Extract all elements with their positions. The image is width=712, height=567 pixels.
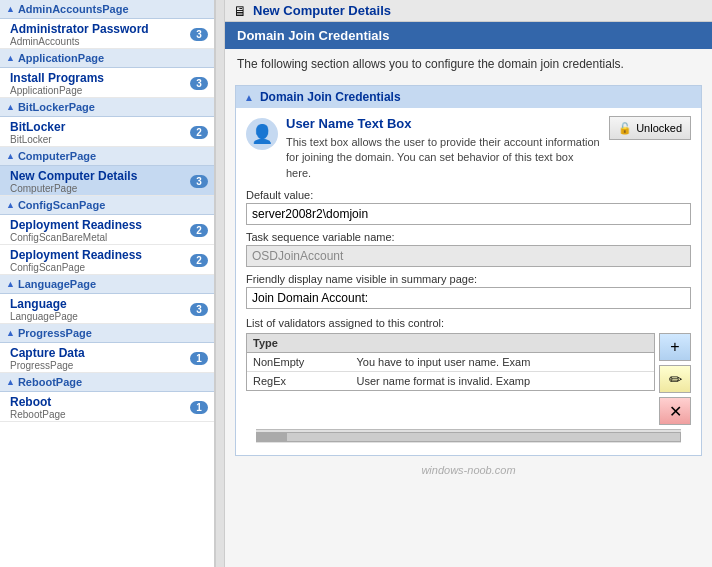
watermark: windows-noob.com [225,462,712,480]
scrollbar-thumb[interactable] [257,433,287,441]
friendly-name-input[interactable] [246,287,691,309]
group-label: AdminAccountsPage [18,3,129,15]
table-row[interactable]: NonEmpty You have to input user name. Ex… [247,353,654,372]
sidebar-item-badge: 1 [190,401,208,414]
sidebar-item-badge: 3 [190,28,208,41]
sidebar-item-deployment-readiness[interactable]: Deployment Readiness ConfigScanPage 2 [0,245,214,275]
sidebar-item-subtitle: BitLocker [10,134,65,145]
chevron-icon: ▲ [244,92,254,103]
validator-description: You have to input user name. Exam [350,353,654,372]
sidebar-group-rebootpage[interactable]: ▲RebootPage [0,373,214,392]
sidebar-item-subtitle: LanguagePage [10,311,78,322]
sidebar-item-left: New Computer Details ComputerPage [10,169,137,194]
sidebar-item-deployment-readiness[interactable]: Deployment Readiness ConfigScanBareMetal… [0,215,214,245]
validators-col-desc [350,334,654,353]
sidebar-item-language[interactable]: Language LanguagePage 3 [0,294,214,324]
validators-container: Type NonEmpty You have to input user nam… [246,333,691,425]
sidebar-item-new-computer-details[interactable]: New Computer Details ComputerPage 3 [0,166,214,196]
group-chevron-icon: ▲ [6,200,15,210]
sidebar-item-left: Deployment Readiness ConfigScanBareMetal [10,218,142,243]
group-chevron-icon: ▲ [6,377,15,387]
title-bar-text: New Computer Details [253,3,391,18]
sidebar-item-title: Install Programs [10,71,104,85]
title-bar: 🖥 New Computer Details [225,0,712,22]
sidebar-item-bitlocker[interactable]: BitLocker BitLocker 2 [0,117,214,147]
sidebar-item-title: Capture Data [10,346,85,360]
sidebar-item-reboot[interactable]: Reboot RebootPage 1 [0,392,214,422]
group-chevron-icon: ▲ [6,151,15,161]
validators-table-wrap: Type NonEmpty You have to input user nam… [246,333,655,391]
default-value-input[interactable] [246,203,691,225]
unlock-label: Unlocked [636,122,682,134]
sidebar-item-left: Administrator Password AdminAccounts [10,22,149,47]
sidebar-scrollbar[interactable] [215,0,225,567]
group-label: LanguagePage [18,278,96,290]
section-header-text: Domain Join Credentials [237,28,389,43]
add-icon: + [670,338,679,356]
section-description: The following section allows you to conf… [225,49,712,79]
sidebar-item-subtitle: ConfigScanBareMetal [10,232,142,243]
sidebar-group-languagepage[interactable]: ▲LanguagePage [0,275,214,294]
sidebar-item-subtitle: ProgressPage [10,360,85,371]
user-avatar-icon: 👤 [246,118,278,150]
user-name-info: User Name Text Box This text box allows … [286,116,601,181]
sidebar-item-badge: 3 [190,303,208,316]
group-chevron-icon: ▲ [6,53,15,63]
sub-section: ▲ Domain Join Credentials 👤 User Name Te… [235,85,702,456]
user-name-title: User Name Text Box [286,116,601,131]
group-label: ConfigScanPage [18,199,105,211]
sidebar-group-applicationpage[interactable]: ▲ApplicationPage [0,49,214,68]
title-bar-icon: 🖥 [233,3,247,19]
sidebar-item-badge: 3 [190,175,208,188]
sidebar-item-install-programs[interactable]: Install Programs ApplicationPage 3 [0,68,214,98]
unlock-button[interactable]: 🔓 Unlocked [609,116,691,140]
sidebar-group-configscanpage[interactable]: ▲ConfigScanPage [0,196,214,215]
group-label: ApplicationPage [18,52,104,64]
sidebar-group-progresspage[interactable]: ▲ProgressPage [0,324,214,343]
sidebar-group-bitlockerpage[interactable]: ▲BitLockerPage [0,98,214,117]
sidebar-item-title: BitLocker [10,120,65,134]
sidebar-item-subtitle: RebootPage [10,409,66,420]
sidebar-item-title: Language [10,297,78,311]
group-label: ProgressPage [18,327,92,339]
validator-description: User name format is invalid. Examp [350,372,654,391]
sidebar-item-badge: 2 [190,224,208,237]
sub-section-header-text: Domain Join Credentials [260,90,401,104]
bottom-scrollbar[interactable] [256,429,681,443]
sidebar-group-adminaccountspage[interactable]: ▲AdminAccountsPage [0,0,214,19]
sidebar-item-left: Deployment Readiness ConfigScanPage [10,248,142,273]
task-seq-label: Task sequence variable name: [246,231,691,243]
validator-type: RegEx [247,372,350,391]
user-name-row: 👤 User Name Text Box This text box allow… [246,116,691,181]
sidebar-item-left: Install Programs ApplicationPage [10,71,104,96]
validators-delete-button[interactable]: ✕ [659,397,691,425]
group-chevron-icon: ▲ [6,328,15,338]
group-chevron-icon: ▲ [6,279,15,289]
main-content: 🖥 New Computer Details Domain Join Crede… [225,0,712,567]
validators-label: List of validators assigned to this cont… [246,317,691,329]
validators-add-button[interactable]: + [659,333,691,361]
sidebar-item-subtitle: AdminAccounts [10,36,149,47]
sidebar-item-badge: 2 [190,126,208,139]
validators-edit-button[interactable]: ✏ [659,365,691,393]
friendly-name-label: Friendly display name visible in summary… [246,273,691,285]
group-label: RebootPage [18,376,82,388]
sidebar-item-badge: 1 [190,352,208,365]
sidebar-item-title: New Computer Details [10,169,137,183]
sidebar-item-title: Reboot [10,395,66,409]
table-row[interactable]: RegEx User name format is invalid. Examp [247,372,654,391]
sidebar-item-subtitle: ConfigScanPage [10,262,142,273]
sidebar-item-left: Language LanguagePage [10,297,78,322]
sidebar-item-title: Deployment Readiness [10,248,142,262]
sidebar-item-left: BitLocker BitLocker [10,120,65,145]
sidebar-item-title: Deployment Readiness [10,218,142,232]
user-name-description: This text box allows the user to provide… [286,135,601,181]
sidebar-item-administrator-password[interactable]: Administrator Password AdminAccounts 3 [0,19,214,49]
scrollbar-track[interactable] [256,432,681,442]
sidebar-item-title: Administrator Password [10,22,149,36]
sub-section-header[interactable]: ▲ Domain Join Credentials [236,86,701,108]
task-seq-input [246,245,691,267]
validator-type: NonEmpty [247,353,350,372]
sidebar-group-computerpage[interactable]: ▲ComputerPage [0,147,214,166]
sidebar-item-capture-data[interactable]: Capture Data ProgressPage 1 [0,343,214,373]
